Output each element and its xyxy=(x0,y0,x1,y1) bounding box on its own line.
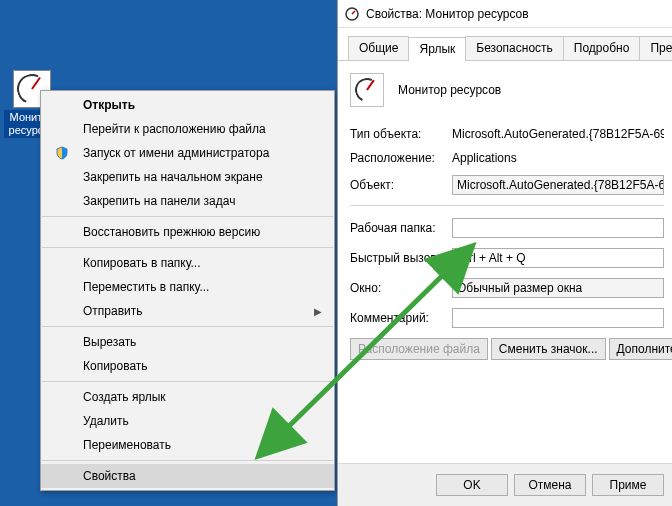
apply-button[interactable]: Приме xyxy=(592,474,664,496)
shield-icon xyxy=(55,146,69,160)
dialog-button-bar: OK Отмена Приме xyxy=(338,463,672,506)
open-file-location-button[interactable]: Расположение файла xyxy=(350,338,488,360)
menu-item[interactable]: Отправить▶ xyxy=(41,299,334,323)
menu-item[interactable]: Вырезать xyxy=(41,330,334,354)
comment-field[interactable] xyxy=(452,308,664,328)
target-field[interactable]: Microsoft.AutoGenerated.{78B12F5A-699E-B… xyxy=(452,175,664,195)
context-menu: ОткрытьПерейти к расположению файлаЗапус… xyxy=(40,90,335,491)
window-title: Свойства: Монитор ресурсов xyxy=(366,7,529,21)
value-target-type: Microsoft.AutoGenerated.{78B12F5A-699E-B… xyxy=(452,127,664,141)
menu-item[interactable]: Копировать в папку... xyxy=(41,251,334,275)
label-start-in: Рабочая папка: xyxy=(350,221,452,235)
window-title-bar[interactable]: Свойства: Монитор ресурсов xyxy=(338,0,672,28)
menu-separator xyxy=(42,460,333,461)
divider xyxy=(350,205,664,206)
start-in-field[interactable] xyxy=(452,218,664,238)
change-icon-button[interactable]: Сменить значок... xyxy=(491,338,606,360)
ok-button[interactable]: OK xyxy=(436,474,508,496)
menu-item[interactable]: Копировать xyxy=(41,354,334,378)
menu-item[interactable]: Перейти к расположению файла xyxy=(41,117,334,141)
advanced-button[interactable]: Дополнительно xyxy=(609,338,672,360)
svg-line-1 xyxy=(352,11,355,14)
label-shortcut-key: Быстрый вызов: xyxy=(350,251,452,265)
menu-separator xyxy=(42,326,333,327)
label-run: Окно: xyxy=(350,281,452,295)
properties-window: Свойства: Монитор ресурсов ОбщиеЯрлыкБез… xyxy=(337,0,672,506)
menu-item[interactable]: Переименовать xyxy=(41,433,334,457)
label-location: Расположение: xyxy=(350,151,452,165)
object-name: Монитор ресурсов xyxy=(398,83,501,97)
value-location: Applications xyxy=(452,151,664,165)
menu-item[interactable]: Закрепить на панели задач xyxy=(41,189,334,213)
label-target-type: Тип объекта: xyxy=(350,127,452,141)
tab-bar: ОбщиеЯрлыкБезопасностьПодробноПредыдущие… xyxy=(338,28,672,61)
menu-separator xyxy=(42,381,333,382)
tab[interactable]: Общие xyxy=(348,36,409,60)
menu-item[interactable]: Переместить в папку... xyxy=(41,275,334,299)
tab[interactable]: Предыдущие вер xyxy=(639,36,672,60)
menu-item[interactable]: Удалить xyxy=(41,409,334,433)
tab[interactable]: Ярлык xyxy=(408,37,466,61)
submenu-arrow-icon: ▶ xyxy=(314,306,322,317)
menu-item[interactable]: Закрепить на начальном экране xyxy=(41,165,334,189)
label-target: Объект: xyxy=(350,178,452,192)
menu-item[interactable]: Восстановить прежнюю версию xyxy=(41,220,334,244)
tab[interactable]: Безопасность xyxy=(465,36,564,60)
tab[interactable]: Подробно xyxy=(563,36,641,60)
cancel-button[interactable]: Отмена xyxy=(514,474,586,496)
menu-separator xyxy=(42,247,333,248)
gauge-icon xyxy=(344,6,360,22)
gauge-icon xyxy=(350,73,384,107)
shortcut-key-field[interactable] xyxy=(452,248,664,268)
tab-content: Монитор ресурсов Тип объекта: Microsoft.… xyxy=(338,61,672,368)
label-comment: Комментарий: xyxy=(350,311,452,325)
menu-item[interactable]: Создать ярлык xyxy=(41,385,334,409)
menu-separator xyxy=(42,216,333,217)
menu-item[interactable]: Свойства xyxy=(41,464,334,488)
menu-item[interactable]: Открыть xyxy=(41,93,334,117)
menu-item[interactable]: Запуск от имени администратора xyxy=(41,141,334,165)
run-dropdown[interactable]: Обычный размер окна xyxy=(452,278,664,298)
